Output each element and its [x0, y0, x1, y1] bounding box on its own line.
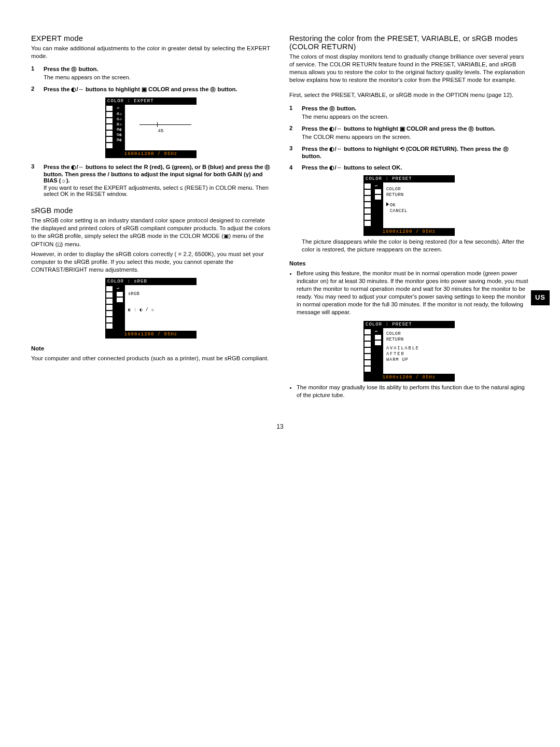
osd-footer: 1600x1200 / 85Hz	[105, 331, 197, 339]
menu-icon	[106, 131, 113, 136]
osd-line: COLOR	[386, 187, 452, 192]
osd-line: WARM UP	[386, 357, 452, 363]
menu-icon	[365, 215, 371, 220]
osd-preset-ok: COLOR : PRESET ↩	[363, 175, 455, 236]
osd-ok: OK	[390, 203, 396, 208]
osd-main-area: 45	[125, 105, 197, 150]
menu-icon	[365, 360, 371, 365]
expert-title: EXPERT mode	[31, 34, 271, 43]
menu-icon	[106, 112, 113, 117]
note-heading: Note	[31, 345, 271, 353]
step-number: 2	[31, 86, 38, 93]
step-number: 2	[289, 125, 297, 140]
step-number: 1	[31, 65, 38, 80]
menu-inner-icon	[375, 335, 381, 340]
step-text: Press the ㊐ button.	[44, 66, 98, 72]
step-text: Press the ◐/↔ buttons to select OK.	[302, 164, 402, 171]
menu-icon	[106, 317, 113, 322]
step-subtext: The COLOR menu appears on the screen.	[302, 134, 529, 140]
osd-sidebar	[363, 182, 374, 228]
osd-title: COLOR : sRGB	[105, 278, 197, 285]
osd-line: COLOR	[386, 331, 452, 337]
step-number: 1	[289, 105, 297, 120]
osd-sidebar	[105, 105, 116, 150]
osd-line: AVAILABLE	[386, 346, 452, 351]
osd-sidebar	[105, 285, 116, 331]
osd-inner-sidebar: ↩ R☼ G☼ B☼ R◐ G◐ B◐	[116, 105, 125, 150]
note-body: Your computer and other connected produc…	[31, 355, 271, 362]
menu-icon	[106, 286, 113, 291]
osd-line: AFTER	[386, 351, 452, 357]
osd-footer: 1600x1200 / 85Hz	[105, 150, 197, 158]
srgb-p2: However, in order to display the sRGB co…	[31, 250, 271, 274]
osd-srgb: COLOR : sRGB ↩	[105, 278, 197, 339]
step-number: 4	[289, 164, 297, 171]
menu-inner-icon	[375, 189, 381, 194]
osd-line: RETURN	[386, 192, 452, 198]
menu-icon	[365, 221, 371, 226]
osd-main-area: sRGB ◐ : ◐ / ☼	[125, 285, 197, 331]
osd-slider-value: 45	[125, 129, 197, 134]
expert-step-1: 1 Press the ㊐ button. The menu appears o…	[31, 65, 271, 80]
restore-title: Restoring the color from the PRESET, VAR…	[289, 34, 529, 51]
osd-expert: COLOR : EXPERT ↩ R☼ G☼ B☼ R◐ G◐ B◐	[105, 97, 197, 158]
osd-preset-warmup: COLOR : PRESET ↩	[363, 321, 455, 382]
step-text: Press the ◐/↔ buttons to highlight ▣ COL…	[302, 125, 495, 132]
step-text: Press the ◐/↔ buttons to highlight ⟲ (CO…	[302, 146, 509, 159]
osd-title: COLOR : PRESET	[363, 321, 455, 328]
menu-icon	[106, 305, 113, 310]
step-subtext: The menu appears on the screen.	[44, 74, 271, 80]
osd-sidebar	[363, 328, 374, 374]
osd-line: RETURN	[386, 337, 452, 343]
osd-cancel: CANCEL	[386, 208, 452, 214]
expert-step-2: 2 Press the ◐/↔ buttons to highlight ▣ C…	[31, 86, 271, 93]
menu-inner-icon	[375, 195, 381, 200]
osd-srgb-label: sRGB	[128, 291, 193, 297]
menu-icon	[106, 143, 113, 148]
note-item: The monitor may gradually lose its abili…	[297, 384, 529, 399]
step-subtext: If you want to reset the EXPERT adjustme…	[44, 185, 271, 197]
menu-icon	[365, 354, 371, 359]
srgb-title: sRGB mode	[31, 206, 271, 215]
page-number: 13	[31, 423, 529, 430]
left-column: EXPERT mode You can make additional adju…	[31, 31, 271, 402]
osd-title: COLOR : EXPERT	[105, 97, 197, 105]
expert-step-3: 3 Press the ◐/↔ buttons to select the R …	[31, 163, 271, 197]
menu-icon	[106, 124, 113, 130]
osd-footer: 1600x1200 / 85Hz	[363, 374, 455, 382]
menu-icon	[106, 292, 113, 298]
osd-channel-labels: R☼ G☼ B☼ R◐ G◐ B◐	[117, 111, 124, 143]
osd-bottom-row: ◐ : ◐ / ☼	[128, 307, 193, 313]
menu-icon	[365, 208, 371, 214]
osd-inner-sidebar: ↩	[116, 285, 125, 331]
restore-step-2: 2 Press the ◐/↔ buttons to highlight ▣ C…	[289, 125, 529, 140]
menu-inner-icon	[375, 341, 381, 345]
menu-icon	[365, 184, 371, 189]
menu-icon	[365, 196, 371, 201]
menu-icon	[365, 190, 371, 195]
menu-icon	[365, 348, 371, 353]
osd-main-area: COLOR RETURN AVAILABLE AFTER WARM UP	[383, 328, 455, 374]
step-subtext: The menu appears on the screen.	[302, 114, 529, 120]
menu-icon	[106, 323, 113, 329]
menu-icon	[365, 342, 371, 347]
restore-after-osd: The picture disappears while the color i…	[289, 238, 529, 253]
menu-icon	[365, 202, 371, 207]
menu-icon	[106, 137, 113, 142]
step-text: Press the ◐/↔ buttons to select the R (r…	[44, 164, 270, 184]
restore-step-4: 4 Press the ◐/↔ buttons to select OK.	[289, 164, 529, 171]
expert-intro: You can make additional adjustments to t…	[31, 45, 271, 60]
osd-main-area: COLOR RETURN OK CANCEL	[383, 182, 455, 228]
step-text: Press the ◐/↔ buttons to highlight ▣ COL…	[44, 86, 237, 92]
restore-step-3: 3 Press the ◐/↔ buttons to highlight ⟲ (…	[289, 145, 529, 159]
restore-intro: The colors of most display monitors tend…	[289, 53, 529, 84]
osd-footer: 1600x1200 / 85Hz	[363, 228, 455, 236]
osd-inner-sidebar: ↩	[374, 182, 383, 228]
menu-icon	[365, 335, 371, 341]
menu-icon	[106, 299, 113, 304]
step-number: 3	[289, 145, 297, 159]
osd-title: COLOR : PRESET	[363, 175, 455, 182]
menu-inner-icon	[117, 292, 123, 297]
region-tab: US	[531, 290, 550, 305]
step-text: Press the ㊐ button.	[302, 105, 356, 111]
